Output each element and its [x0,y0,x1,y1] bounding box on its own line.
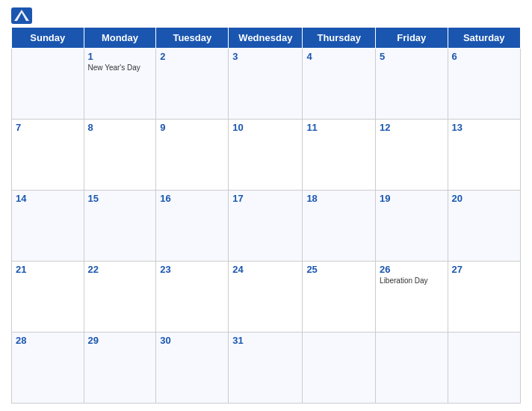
calendar-cell: 23 [156,262,229,333]
weekday-header-thursday: Thursday [303,28,376,49]
calendar-cell: 4 [303,49,376,120]
calendar-cell: 27 [448,262,520,333]
day-number: 5 [380,51,443,62]
day-number: 11 [306,122,371,133]
calendar-cell: 15 [84,191,156,262]
calendar-cell [448,333,520,404]
day-number: 31 [232,335,298,346]
calendar-cell: 12 [376,120,448,191]
calendar-cell: 26Liberation Day [376,262,448,333]
day-number: 7 [16,122,80,133]
holiday-label: New Year's Day [88,64,152,72]
calendar-cell: 25 [303,262,376,333]
calendar-cell: 2 [156,49,229,120]
day-number: 23 [160,264,224,275]
calendar-cell: 17 [229,191,303,262]
calendar-cell: 3 [229,49,303,120]
calendar-cell: 13 [448,120,520,191]
logo-icon [11,7,32,24]
holiday-label: Liberation Day [380,276,443,285]
calendar-cell: 5 [376,49,448,120]
day-number: 18 [306,193,371,204]
weekday-header-sunday: Sunday [12,28,84,49]
day-number: 4 [306,51,371,62]
logo [11,7,35,24]
day-number: 19 [380,193,443,204]
calendar-cell: 10 [229,120,303,191]
day-number: 27 [452,264,516,275]
calendar-cell: 22 [84,262,156,333]
calendar-cell: 31 [229,333,303,404]
day-number: 2 [160,51,224,62]
calendar-week-row: 212223242526Liberation Day27 [12,262,521,333]
weekday-header-wednesday: Wednesday [229,28,303,49]
calendar-week-row: 28293031 [12,333,521,404]
calendar-cell: 11 [303,120,376,191]
calendar-week-row: 14151617181920 [12,191,521,262]
calendar-cell: 21 [12,262,84,333]
day-number: 24 [232,264,298,275]
day-number: 25 [306,264,371,275]
calendar-cell: 9 [156,120,229,191]
day-number: 8 [88,122,152,133]
calendar-cell [12,49,84,120]
day-number: 6 [452,51,516,62]
day-number: 15 [88,193,152,204]
weekday-header-tuesday: Tuesday [156,28,229,49]
day-number: 30 [160,335,224,346]
day-number: 16 [160,193,224,204]
day-number: 29 [88,335,152,346]
calendar-cell: 7 [12,120,84,191]
weekday-header-row: SundayMondayTuesdayWednesdayThursdayFrid… [12,28,521,49]
day-number: 12 [380,122,443,133]
calendar-cell: 28 [12,333,84,404]
calendar-cell: 8 [84,120,156,191]
day-number: 20 [452,193,516,204]
day-number: 1 [88,51,152,62]
calendar-cell: 19 [376,191,448,262]
calendar-week-row: 1New Year's Day23456 [12,49,521,120]
weekday-header-saturday: Saturday [448,28,520,49]
calendar-cell: 1New Year's Day [84,49,156,120]
day-number: 10 [232,122,298,133]
day-number: 28 [16,335,80,346]
calendar-cell [303,333,376,404]
weekday-header-monday: Monday [84,28,156,49]
day-number: 13 [452,122,516,133]
calendar-cell: 6 [448,49,520,120]
calendar-cell: 20 [448,191,520,262]
calendar-cell [376,333,448,404]
calendar-table: SundayMondayTuesdayWednesdayThursdayFrid… [11,27,521,404]
day-number: 22 [88,264,152,275]
calendar-cell: 30 [156,333,229,404]
calendar-cell: 14 [12,191,84,262]
day-number: 26 [380,264,443,275]
calendar-cell: 29 [84,333,156,404]
day-number: 9 [160,122,224,133]
day-number: 17 [232,193,298,204]
calendar-cell: 24 [229,262,303,333]
calendar-cell: 16 [156,191,229,262]
weekday-header-friday: Friday [376,28,448,49]
calendar-header [11,7,521,24]
calendar-week-row: 78910111213 [12,120,521,191]
day-number: 3 [232,51,298,62]
day-number: 14 [16,193,80,204]
calendar-cell: 18 [303,191,376,262]
day-number: 21 [16,264,80,275]
